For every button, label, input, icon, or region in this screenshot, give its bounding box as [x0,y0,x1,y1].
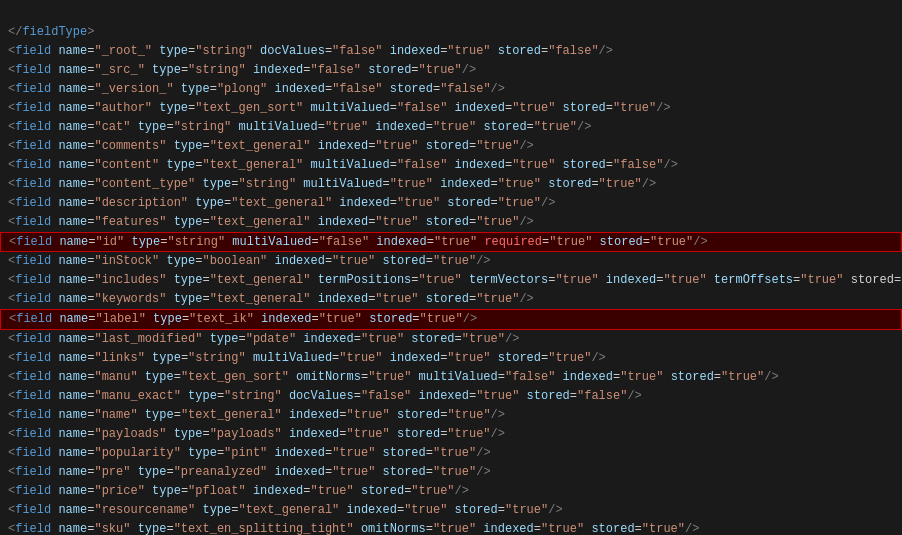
code-line: <field name="content_type" type="string"… [0,175,902,194]
code-view: </fieldType><field name="_root_" type="s… [0,0,902,535]
code-line: <field name="manu_exact" type="string" d… [0,387,902,406]
code-line: <field name="_src_" type="string" indexe… [0,61,902,80]
code-line: <field name="payloads" type="payloads" i… [0,425,902,444]
code-line: <field name="comments" type="text_genera… [0,137,902,156]
code-line: <field name="_root_" type="string" docVa… [0,42,902,61]
code-line: <field name="last_modified" type="pdate"… [0,330,902,349]
code-line: <field name="_version_" type="plong" ind… [0,80,902,99]
code-line: <field name="description" type="text_gen… [0,194,902,213]
code-line: <field name="name" type="text_general" i… [0,406,902,425]
code-line: </fieldType> [0,23,902,42]
code-line: <field name="price" type="pfloat" indexe… [0,482,902,501]
code-line: <field name="manu" type="text_gen_sort" … [0,368,902,387]
code-line: <field name="sku" type="text_en_splittin… [0,520,902,535]
code-line: <field name="resourcename" type="text_ge… [0,501,902,520]
code-line: <field name="keywords" type="text_genera… [0,290,902,309]
code-line: <field name="inStock" type="boolean" ind… [0,252,902,271]
code-line: <field name="id" type="string" multiValu… [0,232,902,253]
code-line: <field name="cat" type="string" multiVal… [0,118,902,137]
code-line: <field name="popularity" type="pint" ind… [0,444,902,463]
code-line: <field name="author" type="text_gen_sort… [0,99,902,118]
code-line: <field name="content" type="text_general… [0,156,902,175]
code-line: <field name="includes" type="text_genera… [0,271,902,290]
code-line: <field name="features" type="text_genera… [0,213,902,232]
code-line: <field name="pre" type="preanalyzed" ind… [0,463,902,482]
code-line: <field name="links" type="string" multiV… [0,349,902,368]
code-line: <field name="label" type="text_ik" index… [0,309,902,330]
